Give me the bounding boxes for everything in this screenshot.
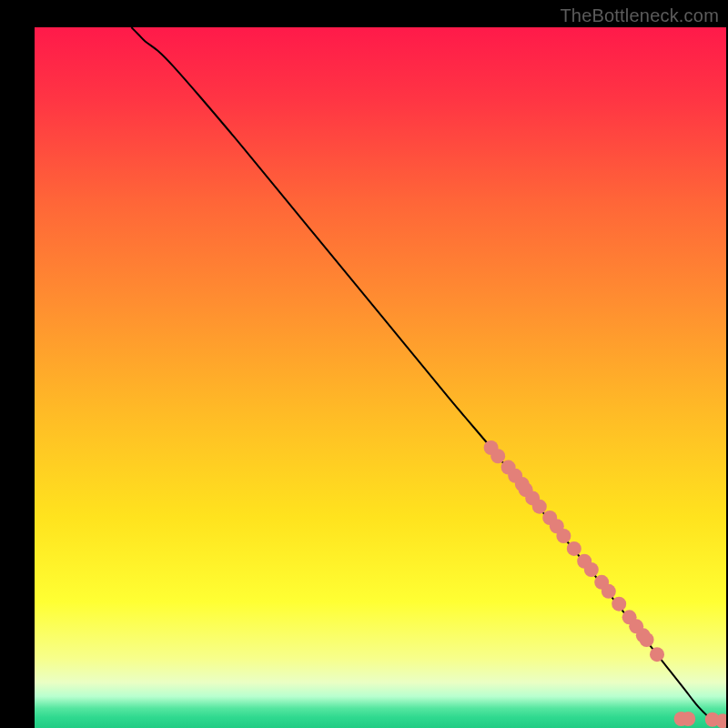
data-point xyxy=(532,500,547,514)
data-point xyxy=(556,529,571,543)
data-point xyxy=(681,712,695,726)
plot-background xyxy=(35,27,726,728)
data-point xyxy=(602,584,616,599)
attribution-text: TheBottleneck.com xyxy=(560,5,719,26)
chart-container xyxy=(35,27,726,728)
data-point xyxy=(650,647,664,662)
data-point xyxy=(612,597,626,612)
chart-svg xyxy=(35,27,726,728)
data-point xyxy=(640,632,654,647)
data-point xyxy=(490,449,505,463)
data-point xyxy=(584,562,599,577)
data-point xyxy=(567,541,581,556)
